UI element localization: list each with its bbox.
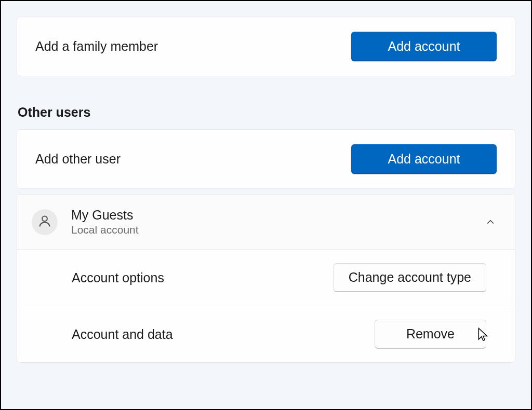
user-card: My Guests Local account Account options … <box>17 194 515 363</box>
add-other-user-card: Add other user Add account <box>17 129 515 189</box>
add-other-user-row: Add other user Add account <box>17 130 515 188</box>
user-account-type: Local account <box>71 223 484 237</box>
chevron-up-icon <box>484 216 497 228</box>
add-other-account-button[interactable]: Add account <box>351 144 497 174</box>
add-family-account-button[interactable]: Add account <box>351 32 497 61</box>
account-data-row: Account and data Remove <box>17 306 515 362</box>
change-account-type-button[interactable]: Change account type <box>334 263 486 292</box>
account-options-label: Account options <box>72 270 164 285</box>
add-other-user-label: Add other user <box>35 152 121 167</box>
other-users-heading: Other users <box>17 105 515 120</box>
user-header-row[interactable]: My Guests Local account <box>17 195 515 249</box>
user-name: My Guests <box>71 207 484 223</box>
add-family-row: Add a family member Add account <box>17 17 515 76</box>
remove-button[interactable]: Remove <box>375 320 486 349</box>
user-info: My Guests Local account <box>71 207 484 237</box>
account-data-label: Account and data <box>72 327 173 342</box>
account-options-row: Account options Change account type <box>17 249 515 306</box>
svg-point-0 <box>42 216 47 221</box>
person-icon <box>37 214 52 230</box>
avatar <box>32 209 58 235</box>
family-member-card: Add a family member Add account <box>17 17 515 76</box>
add-family-label: Add a family member <box>35 39 158 54</box>
